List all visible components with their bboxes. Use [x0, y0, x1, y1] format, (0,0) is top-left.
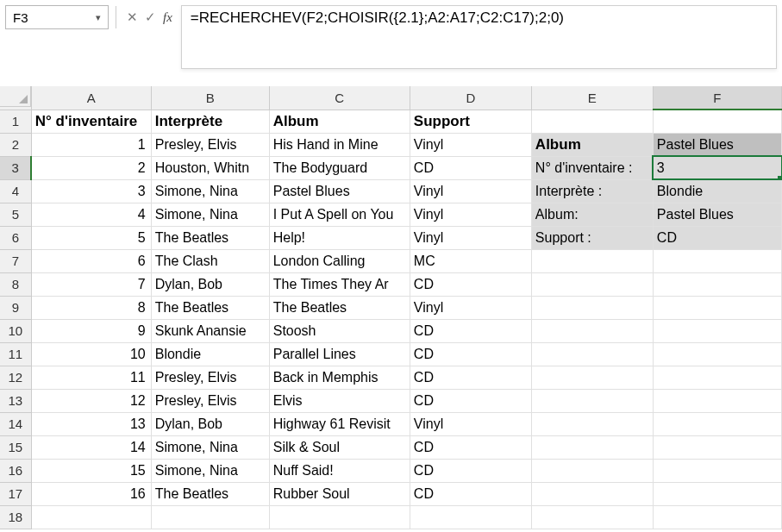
cell-E14[interactable]: [531, 412, 653, 435]
cell-support[interactable]: Vinyl: [410, 226, 531, 249]
fx-icon[interactable]: fx: [163, 10, 172, 25]
cell-F9[interactable]: [653, 296, 781, 319]
chevron-down-icon[interactable]: ▾: [96, 12, 101, 23]
header-support[interactable]: Support: [410, 110, 531, 133]
row-header-11[interactable]: 11: [0, 342, 31, 366]
lookup-title-label[interactable]: Album: [531, 133, 653, 156]
lookup-inv-label[interactable]: N° d'inventaire :: [531, 156, 653, 179]
row-header-8[interactable]: 8: [0, 272, 31, 296]
cell-interprete[interactable]: Presley, Elvis: [151, 389, 269, 412]
row-header-5[interactable]: 5: [0, 203, 31, 226]
header-inventaire[interactable]: N° d'inventaire: [31, 110, 151, 133]
cell-support[interactable]: MC: [410, 249, 531, 272]
cell-interprete[interactable]: The Beatles: [151, 296, 269, 319]
cell-inv[interactable]: 10: [31, 342, 151, 366]
cell-F17[interactable]: [653, 482, 781, 505]
name-box[interactable]: F3 ▾: [5, 5, 109, 29]
row-header-2[interactable]: 2: [0, 133, 31, 156]
cell-album[interactable]: Pastel Blues: [269, 179, 410, 203]
cell-E12[interactable]: [531, 366, 653, 389]
column-header-D[interactable]: D: [410, 86, 531, 110]
cell-album[interactable]: The Beatles: [269, 296, 410, 319]
lookup-alb-value[interactable]: Pastel Blues: [653, 203, 781, 226]
cell-inv[interactable]: 14: [31, 435, 151, 459]
cell-album[interactable]: I Put A Spell on You: [269, 203, 410, 226]
cell-support[interactable]: Vinyl: [410, 412, 531, 435]
column-header-C[interactable]: C: [269, 86, 410, 110]
cell-support[interactable]: Vinyl: [410, 296, 531, 319]
cell-F14[interactable]: [653, 412, 781, 435]
select-all-corner[interactable]: [0, 86, 31, 107]
row-header-18[interactable]: 18: [0, 505, 31, 529]
confirm-icon[interactable]: ✓: [145, 9, 156, 25]
row-header-6[interactable]: 6: [0, 226, 31, 249]
row-header-13[interactable]: 13: [0, 389, 31, 412]
cell-E17[interactable]: [531, 482, 653, 505]
cell-support[interactable]: CD: [410, 319, 531, 342]
row-header-7[interactable]: 7: [0, 249, 31, 272]
cell-interprete[interactable]: The Beatles: [151, 226, 269, 249]
cell-interprete[interactable]: Simone, Nina: [151, 435, 269, 459]
lookup-int-value[interactable]: Blondie: [653, 179, 781, 203]
cell-support[interactable]: CD: [410, 389, 531, 412]
cell-E16[interactable]: [531, 459, 653, 482]
cell-album[interactable]: Nuff Said!: [269, 459, 410, 482]
cell-album[interactable]: The Bodyguard: [269, 156, 410, 179]
cell-support[interactable]: CD: [410, 272, 531, 296]
cell-interprete[interactable]: The Clash: [151, 249, 269, 272]
cancel-icon[interactable]: ✕: [127, 9, 138, 25]
row-header-3[interactable]: 3: [0, 156, 31, 179]
cell-support[interactable]: CD: [410, 435, 531, 459]
cell-album[interactable]: Highway 61 Revisit: [269, 412, 410, 435]
cell-support[interactable]: CD: [410, 482, 531, 505]
cell-F8[interactable]: [653, 272, 781, 296]
cell-empty[interactable]: [531, 505, 653, 529]
row-header-4[interactable]: 4: [0, 179, 31, 203]
lookup-sup-label[interactable]: Support :: [531, 226, 653, 249]
cell-empty[interactable]: [410, 505, 531, 529]
cell-E11[interactable]: [531, 342, 653, 366]
cell-support[interactable]: Vinyl: [410, 133, 531, 156]
cell-interprete[interactable]: Simone, Nina: [151, 459, 269, 482]
row-header-17[interactable]: 17: [0, 482, 31, 505]
column-header-E[interactable]: E: [531, 86, 653, 110]
cell-support[interactable]: CD: [410, 156, 531, 179]
cell-F15[interactable]: [653, 435, 781, 459]
cell-interprete[interactable]: Houston, Whitn: [151, 156, 269, 179]
cell-interprete[interactable]: Simone, Nina: [151, 179, 269, 203]
cell-F10[interactable]: [653, 319, 781, 342]
cell-support[interactable]: CD: [410, 342, 531, 366]
cell-E10[interactable]: [531, 319, 653, 342]
cell-album[interactable]: The Times They Ar: [269, 272, 410, 296]
cell-inv[interactable]: 13: [31, 412, 151, 435]
cell-interprete[interactable]: The Beatles: [151, 482, 269, 505]
lookup-title-value[interactable]: Pastel Blues: [653, 133, 781, 156]
cell-F16[interactable]: [653, 459, 781, 482]
cell-empty[interactable]: [31, 505, 151, 529]
cell-F7[interactable]: [653, 249, 781, 272]
cell-support[interactable]: Vinyl: [410, 179, 531, 203]
cell-album[interactable]: London Calling: [269, 249, 410, 272]
column-header-F[interactable]: F: [653, 86, 781, 110]
cell-F11[interactable]: [653, 342, 781, 366]
cell-album[interactable]: Back in Memphis: [269, 366, 410, 389]
cell-inv[interactable]: 8: [31, 296, 151, 319]
cell-F1[interactable]: [653, 110, 781, 133]
cell-support[interactable]: Vinyl: [410, 203, 531, 226]
lookup-sup-value[interactable]: CD: [653, 226, 781, 249]
cell-inv[interactable]: 12: [31, 389, 151, 412]
cell-inv[interactable]: 9: [31, 319, 151, 342]
cell-inv[interactable]: 5: [31, 226, 151, 249]
formula-input[interactable]: =RECHERCHEV(F2;CHOISIR({2.1};A2:A17;C2:C…: [181, 5, 777, 69]
row-header-14[interactable]: 14: [0, 412, 31, 435]
row-header-9[interactable]: 9: [0, 296, 31, 319]
cell-E15[interactable]: [531, 435, 653, 459]
cell-interprete[interactable]: Dylan, Bob: [151, 412, 269, 435]
cell-inv[interactable]: 6: [31, 249, 151, 272]
cell-empty[interactable]: [653, 505, 781, 529]
cell-empty[interactable]: [269, 505, 410, 529]
cell-album[interactable]: Rubber Soul: [269, 482, 410, 505]
cell-interprete[interactable]: Presley, Elvis: [151, 133, 269, 156]
cell-E8[interactable]: [531, 272, 653, 296]
cell-F13[interactable]: [653, 389, 781, 412]
